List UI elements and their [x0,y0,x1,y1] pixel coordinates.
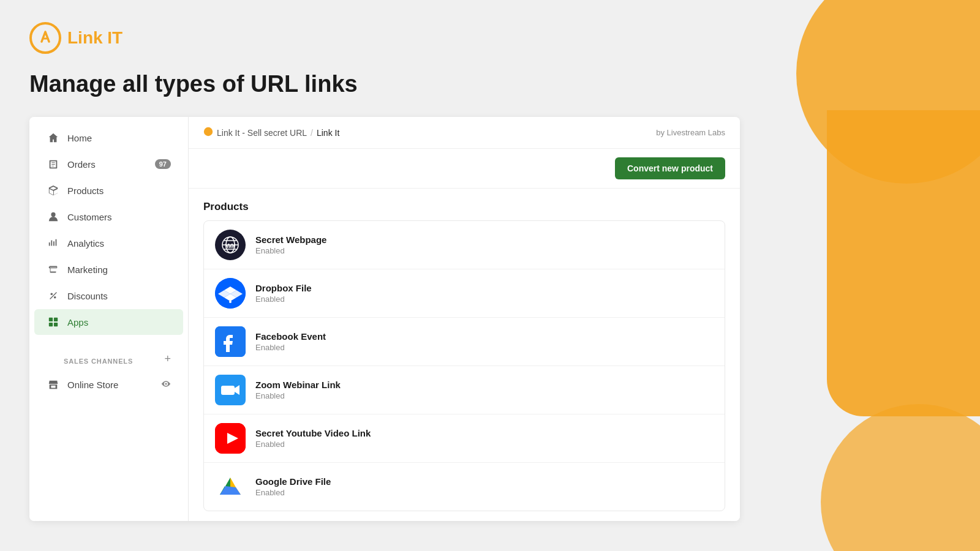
sidebar-item-online-store[interactable]: Online Store [34,372,183,397]
page-title: Manage all types of URL links [29,71,951,97]
breadcrumb: Link It - Sell secret URL / Link It [203,127,339,138]
sales-channels-add-icon[interactable]: + [164,353,171,365]
product-name-secret-webpage: Secret Webpage [255,234,326,245]
sidebar-item-home[interactable]: Home [34,125,183,151]
svg-point-1 [51,293,53,296]
analytics-icon [47,236,60,250]
products-section: Products WWW [189,189,740,521]
by-label: by Livestream Labs [656,128,725,137]
main-content: Link It - Sell secret URL / Link It by L… [189,117,740,521]
sidebar-label-discounts: Discounts [67,291,108,301]
sidebar-label-marketing: Marketing [67,264,108,275]
product-status-facebook-event: Enabled [255,343,326,352]
sidebar: Home Orders 97 Products [29,117,189,521]
google-drive-icon [215,471,246,502]
product-info-dropbox-file: Dropbox File Enabled [255,283,312,304]
product-item-facebook-event[interactable]: Facebook Event Enabled [204,318,725,366]
product-info-youtube-video: Secret Youtube Video Link Enabled [255,428,371,449]
product-name-google-drive: Google Drive File [255,476,331,487]
product-name-facebook-event: Facebook Event [255,331,326,342]
product-item-dropbox-file[interactable]: Dropbox File Enabled [204,269,725,318]
breadcrumb-current: Link It [317,128,339,138]
sidebar-label-products: Products [67,186,104,196]
products-heading: Products [203,201,725,213]
product-list: WWW Secret Webpage Enabled [203,220,725,511]
svg-point-2 [54,296,56,299]
product-item-secret-webpage[interactable]: WWW Secret Webpage Enabled [204,221,725,269]
sales-channels-header: SALES CHANNELS + [29,343,188,371]
home-icon [47,131,60,144]
sidebar-item-analytics[interactable]: Analytics [34,230,183,256]
logo-text: Link IT [67,28,123,48]
sidebar-item-marketing[interactable]: Marketing [34,257,183,282]
orders-badge: 97 [155,159,171,169]
svg-marker-33 [220,486,241,495]
svg-point-7 [204,127,213,136]
svg-rect-3 [49,318,53,321]
logo-icon [29,22,61,54]
toolbar: Convert new product [189,149,740,189]
product-info-google-drive: Google Drive File Enabled [255,476,331,497]
svg-rect-5 [49,323,53,326]
convert-product-button[interactable]: Convert new product [615,157,725,179]
product-name-dropbox-file: Dropbox File [255,283,312,293]
top-bar: Link It - Sell secret URL / Link It by L… [189,117,740,149]
app-shell: Home Orders 97 Products [29,117,740,521]
sales-channels-label: SALES CHANNELS [47,349,150,369]
sidebar-item-apps[interactable]: Apps [34,309,183,335]
product-item-youtube-video[interactable]: Secret Youtube Video Link Enabled [204,414,725,463]
sidebar-label-customers: Customers [67,212,112,222]
breadcrumb-app-name: Link It - Sell secret URL [217,128,307,138]
dropbox-file-icon [215,278,246,309]
product-item-google-drive[interactable]: Google Drive File Enabled [204,463,725,511]
online-store-eye-icon[interactable] [161,379,171,391]
sidebar-item-customers[interactable]: Customers [34,204,183,230]
zoom-webinar-icon [215,375,246,405]
product-item-zoom-webinar[interactable]: Zoom Webinar Link Enabled [204,366,725,414]
products-icon [47,184,60,197]
product-status-youtube-video: Enabled [255,440,371,449]
facebook-event-icon [215,326,246,357]
sidebar-item-products[interactable]: Products [34,178,183,203]
sidebar-item-orders[interactable]: Orders 97 [34,151,183,177]
online-store-icon [47,378,60,391]
sidebar-nav: Home Orders 97 Products [29,117,188,343]
online-store-label: Online Store [67,380,161,390]
breadcrumb-separator: / [311,128,313,138]
sidebar-item-discounts[interactable]: Discounts [34,283,183,309]
svg-rect-4 [54,318,58,321]
svg-text:WWW: WWW [225,243,236,249]
sidebar-label-analytics: Analytics [67,238,104,249]
svg-rect-6 [54,323,58,326]
youtube-video-icon [215,423,246,454]
svg-point-20 [229,301,232,303]
product-status-dropbox-file: Enabled [255,294,312,304]
discounts-icon [47,289,60,302]
sidebar-label-orders: Orders [67,159,96,170]
orders-icon [47,157,60,171]
product-status-google-drive: Enabled [255,488,331,497]
marketing-icon [47,263,60,276]
product-info-facebook-event: Facebook Event Enabled [255,331,326,352]
product-name-youtube-video: Secret Youtube Video Link [255,428,371,438]
sidebar-label-home: Home [67,133,92,143]
customers-icon [47,210,60,223]
product-name-zoom-webinar: Zoom Webinar Link [255,380,341,390]
product-status-zoom-webinar: Enabled [255,391,341,400]
secret-webpage-icon: WWW [215,230,246,260]
breadcrumb-logo-icon [203,127,213,138]
svg-rect-23 [221,386,235,395]
product-status-secret-webpage: Enabled [255,246,326,255]
logo-area: Link IT [29,22,951,54]
apps-icon [47,315,60,329]
sidebar-label-apps: Apps [67,317,88,328]
product-info-secret-webpage: Secret Webpage Enabled [255,234,326,255]
product-info-zoom-webinar: Zoom Webinar Link Enabled [255,380,341,400]
